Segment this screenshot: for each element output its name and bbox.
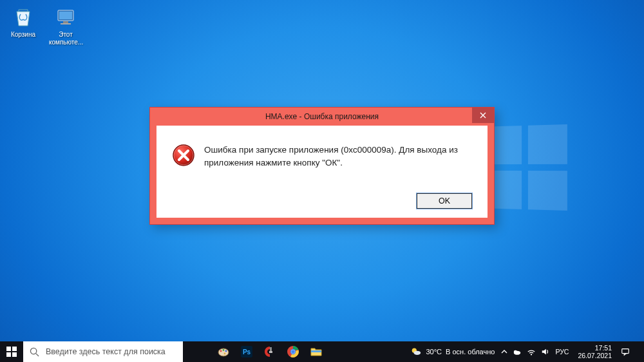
weather-icon — [410, 346, 422, 357]
tray-volume-icon[interactable] — [541, 347, 550, 356]
svg-rect-18 — [270, 347, 272, 351]
svg-rect-8 — [6, 352, 11, 357]
weather-widget[interactable]: 30°C В осн. облачно — [410, 346, 495, 357]
taskbar-app-chrome[interactable] — [283, 341, 303, 362]
desktop-icon-label: Корзина — [6, 31, 40, 39]
svg-point-28 — [531, 354, 532, 355]
svg-point-14 — [225, 350, 227, 352]
taskbar: Введите здесь текст для поиска Ps — [0, 341, 644, 362]
svg-rect-9 — [12, 352, 17, 357]
dialog-message: Ошибка при запуске приложения (0xc000009… — [204, 144, 462, 170]
desktop-icon-label: Этот компьюте... — [49, 31, 82, 46]
windows-logo — [485, 124, 567, 211]
svg-rect-1 — [59, 12, 72, 19]
tray-onedrive-icon[interactable] — [513, 347, 522, 356]
taskbar-app-paint[interactable] — [214, 341, 233, 362]
file-explorer-icon — [310, 345, 323, 358]
search-input[interactable]: Введите здесь текст для поиска — [23, 341, 183, 362]
weather-text: В осн. облачно — [446, 348, 495, 356]
desktop-icon-this-pc[interactable]: Этот компьюте... — [49, 4, 82, 46]
desktop-icon-recycle-bin[interactable]: Корзина — [6, 4, 40, 46]
tray-date: 26.07.2021 — [578, 352, 612, 359]
close-icon — [480, 112, 486, 119]
desktop-icons-area: Корзина Этот компьюте... — [6, 4, 82, 46]
svg-point-10 — [30, 348, 36, 354]
svg-rect-23 — [311, 350, 321, 352]
dialog-title: HMA.exe - Ошибка приложения — [265, 112, 379, 121]
svg-point-13 — [223, 349, 225, 351]
taskbar-app-ccleaner[interactable] — [260, 341, 279, 362]
svg-point-15 — [224, 353, 226, 355]
taskbar-app-photoshop[interactable]: Ps — [237, 341, 256, 362]
search-icon — [30, 347, 39, 357]
recycle-bin-icon — [10, 4, 36, 30]
start-button[interactable] — [0, 341, 23, 362]
ok-button[interactable]: OK — [417, 193, 472, 209]
weather-temp: 30°C — [426, 348, 442, 356]
paint-icon — [217, 345, 230, 358]
tray-overflow-icon[interactable] — [501, 348, 507, 355]
svg-rect-7 — [12, 347, 17, 351]
chrome-icon — [287, 345, 299, 358]
svg-rect-3 — [61, 23, 71, 24]
dialog-body: Ошибка при запуске приложения (0xc000009… — [156, 126, 488, 218]
tray-action-center-icon[interactable] — [621, 347, 630, 356]
error-icon — [172, 144, 195, 167]
this-pc-icon — [53, 4, 79, 30]
close-button[interactable] — [472, 108, 494, 123]
svg-point-25 — [414, 351, 421, 355]
search-placeholder: Введите здесь текст для поиска — [46, 347, 166, 356]
ccleaner-icon — [263, 345, 276, 358]
svg-rect-6 — [6, 347, 11, 351]
windows-start-icon — [6, 347, 17, 357]
tray-language[interactable]: РУС — [555, 348, 569, 356]
svg-rect-2 — [63, 21, 68, 23]
taskbar-pinned-apps: Ps — [183, 341, 326, 362]
taskbar-app-explorer[interactable] — [307, 341, 326, 362]
photoshop-icon: Ps — [240, 345, 253, 358]
system-tray: 30°C В осн. облачно РУС 17:51 26.07.2021 — [406, 341, 644, 362]
error-dialog: HMA.exe - Ошибка приложения — [149, 107, 495, 225]
svg-text:Ps: Ps — [243, 348, 251, 356]
svg-point-12 — [220, 350, 222, 352]
tray-network-icon[interactable] — [527, 347, 536, 356]
svg-point-27 — [514, 350, 517, 353]
tray-time: 17:51 — [578, 344, 612, 352]
svg-point-22 — [291, 350, 295, 354]
svg-rect-29 — [622, 349, 629, 354]
dialog-titlebar[interactable]: HMA.exe - Ошибка приложения — [150, 108, 494, 126]
tray-clock[interactable]: 17:51 26.07.2021 — [575, 344, 614, 359]
